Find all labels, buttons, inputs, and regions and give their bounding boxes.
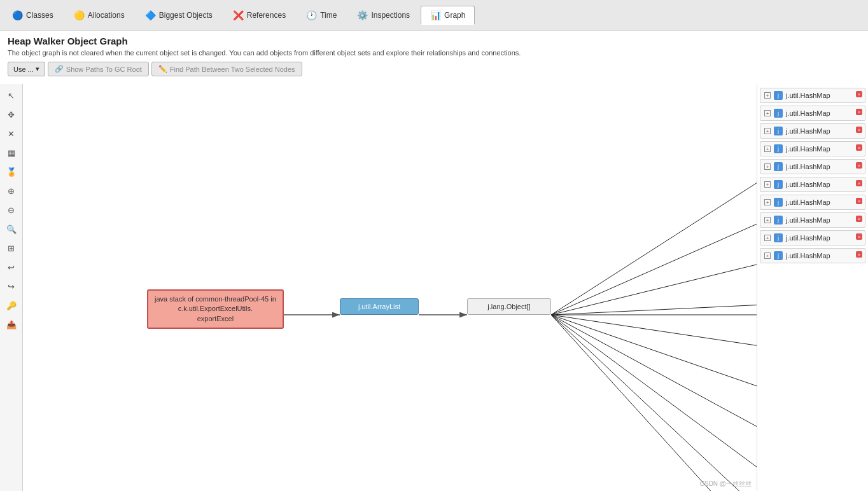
search-tool[interactable]: 🔍 (3, 220, 20, 238)
badge-tool[interactable]: 🏅 (3, 163, 20, 181)
node-type-icon: j (774, 251, 783, 260)
svg-line-4 (551, 221, 757, 315)
close-tool[interactable]: ✕ (3, 125, 20, 142)
node-close-icon[interactable]: × (856, 144, 862, 151)
svg-line-5 (551, 263, 757, 315)
red-node-line1: java stack of common-threadPool-45 in (155, 294, 276, 304)
node-close-icon[interactable]: × (856, 180, 862, 186)
node-label: j.util.HashMap (786, 127, 830, 135)
use-button[interactable]: Use ... ▾ (8, 62, 45, 76)
node-close-icon[interactable]: × (856, 233, 862, 240)
expand-icon[interactable]: + (764, 199, 771, 205)
expand-icon[interactable]: + (764, 110, 771, 116)
tab-graph[interactable]: 📊 Graph (421, 6, 475, 25)
node-label: j.util.HashMap (786, 252, 830, 259)
tab-allocations-label: Allocations (88, 11, 125, 20)
list-item[interactable]: + j j.util.HashMap × (760, 248, 865, 263)
work-area: ↖ ✥ ✕ ▦ 🏅 ⊕ ⊖ 🔍 ⊞ ↩ ↪ 🔑 📤 (0, 84, 868, 491)
right-nodes-panel: + j j.util.HashMap × + j j.util.HashMap … (757, 84, 868, 491)
tab-allocations[interactable]: 🟡 Allocations (64, 6, 134, 25)
allocations-icon: 🟡 (74, 10, 85, 20)
list-item[interactable]: + j j.util.HashMap × (760, 141, 865, 156)
list-item[interactable]: + j j.util.HashMap × (760, 212, 865, 228)
action-toolbar: Use ... ▾ 🔗 Show Paths To GC Root ✏️ Fin… (8, 62, 860, 81)
gray-node[interactable]: j.lang.Object[] (467, 298, 551, 315)
page-description: The object graph is not cleared when the… (8, 49, 860, 57)
node-close-icon[interactable]: × (856, 216, 862, 222)
list-item[interactable]: + j j.util.HashMap × (760, 230, 865, 246)
red-node[interactable]: java stack of common-threadPool-45 in c.… (147, 289, 284, 329)
graph-connections-svg (23, 84, 757, 491)
time-icon: 🕐 (306, 10, 317, 20)
tab-time-label: Time (320, 11, 337, 20)
find-tool[interactable]: 🔑 (3, 296, 20, 314)
find-path-button[interactable]: ✏️ Find Path Between Two Selected Nodes (151, 62, 302, 76)
node-type-icon: j (774, 198, 783, 207)
blue-node-label: j.util.ArrayList (358, 303, 400, 310)
move-tool[interactable]: ✥ (3, 106, 20, 123)
svg-line-12 (551, 315, 757, 491)
node-label: j.util.HashMap (786, 145, 830, 153)
watermark: CSDN @一丝丝丝 (700, 480, 752, 488)
node-close-icon[interactable]: × (856, 162, 862, 169)
show-paths-button[interactable]: 🔗 Show Paths To GC Root (48, 62, 149, 76)
graph-canvas[interactable]: java stack of common-threadPool-45 in c.… (23, 84, 757, 491)
biggest-objects-icon: 🔷 (145, 10, 156, 20)
node-label: j.util.HashMap (786, 181, 830, 188)
pointer-tool[interactable]: ↖ (3, 86, 20, 104)
zoom-in-tool[interactable]: ⊕ (3, 182, 20, 200)
node-close-icon[interactable]: × (856, 91, 862, 97)
tab-biggest-objects[interactable]: 🔷 Biggest Objects (136, 6, 222, 25)
top-toolbar: 🔵 Classes 🟡 Allocations 🔷 Biggest Object… (0, 0, 868, 31)
svg-line-6 (551, 305, 757, 315)
find-path-icon: ✏️ (158, 65, 167, 73)
node-close-icon[interactable]: × (856, 198, 862, 204)
zoom-out-tool[interactable]: ⊖ (3, 201, 20, 219)
gray-node-label: j.lang.Object[] (487, 303, 530, 310)
expand-icon[interactable]: + (764, 181, 771, 188)
tab-inspections-label: Inspections (371, 11, 410, 20)
blue-node[interactable]: j.util.ArrayList (340, 298, 419, 315)
expand-icon[interactable]: + (764, 92, 771, 99)
tab-classes[interactable]: 🔵 Classes (3, 6, 63, 25)
expand-icon[interactable]: + (764, 252, 771, 259)
undo-tool[interactable]: ↩ (3, 258, 20, 276)
list-item[interactable]: + j j.util.HashMap × (760, 159, 865, 174)
expand-icon[interactable]: + (764, 235, 771, 241)
list-item[interactable]: + j j.util.HashMap × (760, 195, 865, 210)
node-type-icon: j (774, 180, 783, 189)
tab-time[interactable]: 🕐 Time (297, 6, 346, 25)
node-label: j.util.HashMap (786, 163, 830, 170)
expand-icon[interactable]: + (764, 128, 771, 134)
grid-tool[interactable]: ⊞ (3, 239, 20, 257)
list-item[interactable]: + j j.util.HashMap × (760, 106, 865, 121)
classes-icon: 🔵 (12, 10, 23, 20)
node-close-icon[interactable]: × (856, 109, 862, 115)
svg-line-10 (551, 315, 757, 431)
tab-biggest-objects-label: Biggest Objects (159, 11, 213, 20)
list-item[interactable]: + j j.util.HashMap × (760, 123, 865, 139)
list-item[interactable]: + j j.util.HashMap × (760, 88, 865, 103)
inspections-icon: ⚙️ (357, 10, 368, 20)
tab-inspections[interactable]: ⚙️ Inspections (347, 6, 419, 25)
expand-icon[interactable]: + (764, 146, 771, 152)
node-close-icon[interactable]: × (856, 127, 862, 133)
node-close-icon[interactable]: × (856, 251, 862, 258)
list-item[interactable]: + j j.util.HashMap × (760, 177, 865, 192)
node-type-icon: j (774, 144, 783, 153)
export-tool[interactable]: 📤 (3, 315, 20, 333)
expand-icon[interactable]: + (764, 217, 771, 223)
graph-icon: 📊 (430, 10, 441, 20)
node-label: j.util.HashMap (786, 234, 830, 242)
svg-line-8 (551, 315, 757, 347)
node-type-icon: j (774, 216, 783, 225)
node-type-icon: j (774, 162, 783, 171)
table-tool[interactable]: ▦ (3, 144, 20, 162)
tab-references[interactable]: ❌ References (223, 6, 295, 25)
content-area: Heap Walker Object Graph The object grap… (0, 31, 868, 491)
show-paths-label: Show Paths To GC Root (66, 66, 142, 73)
tab-graph-label: Graph (444, 11, 465, 20)
node-label: j.util.HashMap (786, 92, 830, 99)
expand-icon[interactable]: + (764, 163, 771, 170)
redo-tool[interactable]: ↪ (3, 277, 20, 295)
